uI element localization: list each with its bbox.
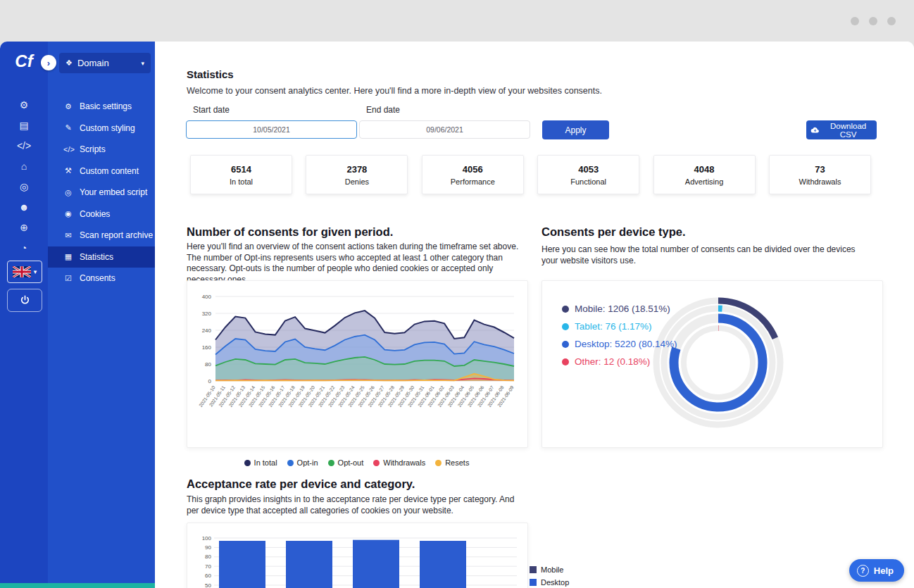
legend-dot bbox=[562, 341, 569, 348]
consents-line-chart-card: 0801602403204002021-05-102021-05-112021-… bbox=[187, 280, 528, 448]
devices-section-description: Here you can see how the total number of… bbox=[541, 244, 864, 266]
window-control-dot[interactable] bbox=[887, 17, 896, 25]
language-selector[interactable]: ▾ bbox=[7, 261, 42, 283]
bar-legend-label: Desktop bbox=[541, 578, 569, 587]
device-donut-chart-card: Mobile: 1206 (18.51%)Tablet: 76 (1.17%)D… bbox=[541, 280, 883, 448]
window-controls bbox=[851, 17, 896, 25]
legend-label: Opt-out bbox=[338, 458, 364, 467]
svg-text:90: 90 bbox=[205, 544, 211, 551]
svg-text:400: 400 bbox=[202, 294, 212, 300]
legend-label: In total bbox=[254, 458, 277, 467]
line-chart-legend: In totalOpt-inOpt-outWithdrawalsResets bbox=[187, 458, 527, 467]
sidebar-item-label: Scan report archive bbox=[80, 230, 153, 240]
legend-item-opt-in: Opt-in bbox=[287, 458, 318, 467]
page-title: Statistics bbox=[187, 68, 234, 80]
cookie-icon: ◉ bbox=[63, 209, 73, 218]
main-content: Statistics Welcome to your consent analy… bbox=[155, 42, 914, 588]
stat-value: 6514 bbox=[231, 164, 251, 175]
chevron-down-icon: ▾ bbox=[34, 268, 37, 275]
device-legend-label: Other: 12 (0.18%) bbox=[575, 356, 650, 367]
window-titlebar bbox=[0, 0, 914, 42]
rail-icon-list: ⚙▤</>⌂◎☻⊕◔ bbox=[0, 99, 48, 254]
help-button[interactable]: ? Help bbox=[849, 559, 904, 582]
domain-icon: ❖ bbox=[65, 58, 73, 68]
app-window: Cf ⚙▤</>⌂◎☻⊕◔ ▾ ❖ bbox=[0, 0, 914, 588]
page-subtitle: Welcome to your consent analytics center… bbox=[187, 86, 602, 96]
end-date-input[interactable] bbox=[359, 120, 530, 139]
sidebar-item-custom-styling[interactable]: ✎Custom styling bbox=[48, 118, 155, 139]
sidebar-item-label: Basic settings bbox=[80, 101, 132, 111]
sidebar-item-custom-content[interactable]: ⚒Custom content bbox=[48, 161, 155, 182]
legend-item-resets: Resets bbox=[435, 458, 469, 467]
legend-dot bbox=[562, 358, 569, 365]
cloud-download-icon bbox=[810, 126, 820, 134]
start-date-label: Start date bbox=[193, 105, 230, 115]
svg-text:70: 70 bbox=[205, 563, 211, 570]
domain-dropdown[interactable]: ❖ Domain ▾ bbox=[59, 53, 151, 73]
svg-text:320: 320 bbox=[202, 311, 212, 317]
consents-section-title: Number of consents for given period. bbox=[187, 225, 393, 239]
bar-legend-label: Mobile bbox=[541, 565, 563, 574]
devices-section-title: Consents per device type. bbox=[541, 225, 686, 239]
stat-card: 4056Performance bbox=[422, 155, 524, 194]
svg-text:100: 100 bbox=[202, 535, 212, 542]
device-legend-item-tablet: Tablet: 76 (1.17%) bbox=[562, 321, 677, 332]
shop-icon[interactable]: ⌂ bbox=[21, 161, 27, 172]
report-archive-icon: ✉ bbox=[63, 231, 73, 240]
legend-dot bbox=[287, 460, 294, 466]
legend-dot bbox=[562, 306, 569, 313]
acceptance-bar-chart-card: 1009080706050403020100 bbox=[187, 523, 528, 588]
sidebar-item-label: Custom content bbox=[80, 166, 139, 176]
sidebar-item-scripts[interactable]: </>Scripts bbox=[48, 139, 155, 161]
legend-label: Withdrawals bbox=[383, 458, 425, 467]
sidebar-item-consents[interactable]: ☑Consents bbox=[48, 268, 155, 289]
window-control-dot[interactable] bbox=[851, 17, 859, 25]
help-label: Help bbox=[874, 565, 894, 576]
apply-button[interactable]: Apply bbox=[542, 120, 609, 139]
sidebar-item-statistics[interactable]: ▦Statistics bbox=[48, 246, 155, 268]
history-icon[interactable]: ◔ bbox=[21, 242, 27, 254]
globe-icon[interactable]: ◎ bbox=[20, 181, 28, 192]
code-icon[interactable]: </> bbox=[17, 140, 31, 151]
archive-icon[interactable]: ▤ bbox=[19, 120, 28, 131]
consents-icon: ☑ bbox=[63, 274, 73, 283]
sidebar-collapse-button[interactable]: › bbox=[41, 55, 56, 70]
start-date-input[interactable] bbox=[186, 120, 357, 139]
stat-card-row: 6514In total2378Denies4056Performance405… bbox=[190, 155, 871, 194]
language-icon[interactable]: ⊕ bbox=[20, 222, 28, 233]
device-legend-item-other: Other: 12 (0.18%) bbox=[562, 356, 677, 367]
download-csv-button[interactable]: Download CSV bbox=[806, 120, 877, 139]
sidebar-item-cookies[interactable]: ◉Cookies bbox=[48, 204, 155, 225]
legend-dot bbox=[373, 460, 380, 466]
svg-text:80: 80 bbox=[205, 553, 211, 560]
acceptance-bar-chart: 1009080706050403020100 bbox=[192, 529, 522, 588]
stat-label: Performance bbox=[451, 177, 495, 186]
legend-item-withdrawals: Withdrawals bbox=[373, 458, 425, 467]
chevron-down-icon: ▾ bbox=[141, 60, 144, 67]
integrations-icon[interactable]: ⚙ bbox=[20, 99, 29, 111]
acceptance-section-title: Acceptance rate per device and category. bbox=[187, 477, 415, 491]
icon-rail: Cf ⚙▤</>⌂◎☻⊕◔ ▾ bbox=[0, 42, 48, 588]
stat-label: Functional bbox=[570, 177, 606, 186]
window-control-dot[interactable] bbox=[869, 17, 877, 25]
acceptance-section-description: This graph provides insights in to the a… bbox=[187, 494, 529, 516]
end-date-label: End date bbox=[366, 105, 400, 115]
sidebar-item-basic-settings[interactable]: ⚙Basic settings bbox=[48, 96, 155, 118]
brush-icon: ✎ bbox=[63, 123, 73, 132]
sidebar-item-scan-report-archive[interactable]: ✉Scan report archive bbox=[48, 225, 155, 246]
sidebar-item-label: Your embed script bbox=[80, 187, 147, 197]
legend-label: Resets bbox=[445, 458, 469, 467]
stat-label: Advertising bbox=[685, 177, 723, 186]
stat-value: 2378 bbox=[346, 164, 367, 175]
svg-text:60: 60 bbox=[205, 573, 211, 579]
logout-button[interactable] bbox=[7, 289, 42, 312]
sidebar-item-label: Statistics bbox=[80, 252, 113, 262]
svg-text:50: 50 bbox=[205, 582, 211, 588]
app-panel: Cf ⚙▤</>⌂◎☻⊕◔ ▾ ❖ bbox=[0, 42, 914, 588]
legend-swatch bbox=[530, 579, 537, 586]
legend-dot bbox=[328, 460, 334, 466]
users-icon[interactable]: ☻ bbox=[19, 201, 30, 213]
uk-flag-icon bbox=[13, 266, 31, 277]
stat-card: 2378Denies bbox=[306, 155, 408, 194]
sidebar-item-your-embed-script[interactable]: ◎Your embed script bbox=[48, 182, 155, 204]
